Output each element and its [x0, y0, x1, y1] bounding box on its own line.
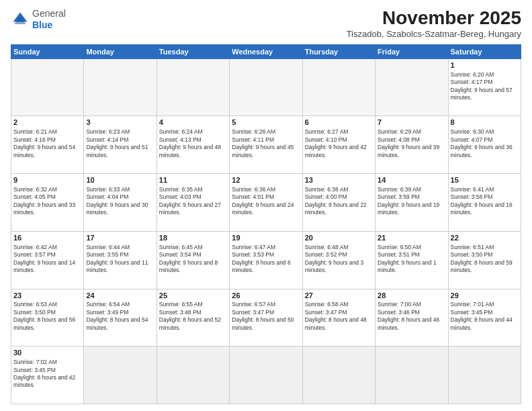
table-row: 24Sunrise: 6:54 AMSunset: 3:49 PMDayligh… [84, 289, 157, 347]
day-info: Sunrise: 6:26 AMSunset: 4:11 PMDaylight:… [232, 128, 300, 159]
day-info: Sunrise: 6:21 AMSunset: 4:16 PMDaylight:… [13, 128, 81, 159]
table-row [84, 347, 157, 404]
table-row: 13Sunrise: 6:38 AMSunset: 4:00 PMDayligh… [302, 174, 375, 232]
table-row: 12Sunrise: 6:36 AMSunset: 4:01 PMDayligh… [230, 174, 302, 232]
day-number: 27 [305, 291, 373, 301]
day-number: 16 [13, 233, 81, 243]
table-row: 2Sunrise: 6:21 AMSunset: 4:16 PMDaylight… [11, 116, 84, 174]
table-row [230, 58, 302, 116]
day-number: 17 [86, 233, 154, 243]
table-row [302, 58, 375, 116]
table-row: 30Sunrise: 7:02 AMSunset: 3:45 PMDayligh… [11, 347, 84, 404]
calendar-week-row: 16Sunrise: 6:42 AMSunset: 3:57 PMDayligh… [11, 231, 521, 289]
table-row: 8Sunrise: 6:30 AMSunset: 4:07 PMDaylight… [448, 116, 521, 174]
logo-text: General Blue [32, 8, 66, 31]
logo-blue: Blue [32, 19, 66, 31]
table-row: 17Sunrise: 6:44 AMSunset: 3:55 PMDayligh… [84, 231, 157, 289]
table-row: 15Sunrise: 6:41 AMSunset: 3:58 PMDayligh… [448, 174, 521, 232]
table-row: 4Sunrise: 6:24 AMSunset: 4:13 PMDaylight… [157, 116, 229, 174]
calendar-week-row: 2Sunrise: 6:21 AMSunset: 4:16 PMDaylight… [11, 116, 521, 174]
table-row: 1Sunrise: 6:20 AMSunset: 4:17 PMDaylight… [448, 58, 521, 116]
table-row: 23Sunrise: 6:53 AMSunset: 3:50 PMDayligh… [11, 289, 84, 347]
header: General Blue November 2025 Tiszadob, Sza… [11, 8, 521, 39]
day-number: 22 [451, 233, 519, 243]
col-friday: Friday [375, 44, 448, 58]
day-info: Sunrise: 6:24 AMSunset: 4:13 PMDaylight:… [159, 128, 227, 159]
location-title: Tiszadob, Szabolcs-Szatmar-Bereg, Hungar… [347, 29, 521, 39]
day-info: Sunrise: 6:30 AMSunset: 4:07 PMDaylight:… [451, 128, 519, 159]
table-row [448, 347, 521, 404]
day-info: Sunrise: 6:32 AMSunset: 4:05 PMDaylight:… [13, 186, 81, 217]
day-number: 7 [378, 118, 445, 128]
table-row [157, 347, 229, 404]
table-row: 27Sunrise: 6:58 AMSunset: 3:47 PMDayligh… [302, 289, 375, 347]
day-number: 28 [378, 291, 445, 301]
day-info: Sunrise: 6:53 AMSunset: 3:50 PMDaylight:… [13, 301, 81, 332]
day-number: 29 [451, 291, 519, 301]
table-row: 28Sunrise: 7:00 AMSunset: 3:46 PMDayligh… [375, 289, 448, 347]
table-row: 9Sunrise: 6:32 AMSunset: 4:05 PMDaylight… [11, 174, 84, 232]
day-info: Sunrise: 6:41 AMSunset: 3:58 PMDaylight:… [451, 186, 519, 217]
day-number: 6 [305, 118, 373, 128]
day-info: Sunrise: 6:29 AMSunset: 4:08 PMDaylight:… [378, 128, 445, 159]
day-number: 30 [13, 348, 81, 358]
table-row: 22Sunrise: 6:51 AMSunset: 3:50 PMDayligh… [448, 231, 521, 289]
day-number: 10 [86, 175, 154, 185]
day-number: 4 [159, 118, 227, 128]
day-info: Sunrise: 7:01 AMSunset: 3:45 PMDaylight:… [451, 301, 519, 332]
day-info: Sunrise: 6:20 AMSunset: 4:17 PMDaylight:… [451, 71, 519, 102]
day-info: Sunrise: 6:23 AMSunset: 4:14 PMDaylight:… [86, 128, 154, 159]
table-row: 29Sunrise: 7:01 AMSunset: 3:45 PMDayligh… [448, 289, 521, 347]
table-row: 3Sunrise: 6:23 AMSunset: 4:14 PMDaylight… [84, 116, 157, 174]
day-number: 15 [451, 175, 519, 185]
page: General Blue November 2025 Tiszadob, Sza… [0, 0, 532, 411]
table-row [375, 347, 448, 404]
day-number: 14 [378, 175, 445, 185]
day-info: Sunrise: 7:00 AMSunset: 3:46 PMDaylight:… [378, 301, 445, 332]
day-number: 24 [86, 291, 154, 301]
calendar-week-row: 23Sunrise: 6:53 AMSunset: 3:50 PMDayligh… [11, 289, 521, 347]
day-info: Sunrise: 6:54 AMSunset: 3:49 PMDaylight:… [86, 301, 154, 332]
day-info: Sunrise: 6:47 AMSunset: 3:53 PMDaylight:… [232, 244, 300, 275]
day-number: 19 [232, 233, 300, 243]
day-number: 18 [159, 233, 227, 243]
day-number: 23 [13, 291, 81, 301]
table-row: 6Sunrise: 6:27 AMSunset: 4:10 PMDaylight… [302, 116, 375, 174]
day-number: 3 [86, 118, 154, 128]
table-row: 14Sunrise: 6:39 AMSunset: 3:59 PMDayligh… [375, 174, 448, 232]
table-row: 5Sunrise: 6:26 AMSunset: 4:11 PMDaylight… [230, 116, 302, 174]
day-info: Sunrise: 6:48 AMSunset: 3:52 PMDaylight:… [305, 244, 373, 275]
calendar-header-row: Sunday Monday Tuesday Wednesday Thursday… [11, 44, 521, 58]
table-row: 25Sunrise: 6:55 AMSunset: 3:48 PMDayligh… [157, 289, 229, 347]
day-info: Sunrise: 6:44 AMSunset: 3:55 PMDaylight:… [86, 244, 154, 275]
day-info: Sunrise: 6:45 AMSunset: 3:54 PMDaylight:… [159, 244, 227, 275]
day-number: 11 [159, 175, 227, 185]
day-info: Sunrise: 6:58 AMSunset: 3:47 PMDaylight:… [305, 301, 373, 332]
day-info: Sunrise: 6:55 AMSunset: 3:48 PMDaylight:… [159, 301, 227, 332]
day-number: 26 [232, 291, 300, 301]
col-thursday: Thursday [302, 44, 375, 58]
table-row: 19Sunrise: 6:47 AMSunset: 3:53 PMDayligh… [230, 231, 302, 289]
logo: General Blue [11, 8, 66, 31]
day-info: Sunrise: 6:51 AMSunset: 3:50 PMDaylight:… [451, 244, 519, 275]
day-info: Sunrise: 6:27 AMSunset: 4:10 PMDaylight:… [305, 128, 373, 159]
col-sunday: Sunday [11, 44, 84, 58]
month-title: November 2025 [347, 8, 521, 29]
table-row [230, 347, 302, 404]
col-monday: Monday [84, 44, 157, 58]
table-row: 20Sunrise: 6:48 AMSunset: 3:52 PMDayligh… [302, 231, 375, 289]
table-row [302, 347, 375, 404]
col-wednesday: Wednesday [230, 44, 302, 58]
table-row: 16Sunrise: 6:42 AMSunset: 3:57 PMDayligh… [11, 231, 84, 289]
day-number: 9 [13, 175, 81, 185]
day-info: Sunrise: 6:36 AMSunset: 4:01 PMDaylight:… [232, 186, 300, 217]
day-number: 5 [232, 118, 300, 128]
table-row [84, 58, 157, 116]
table-row: 26Sunrise: 6:57 AMSunset: 3:47 PMDayligh… [230, 289, 302, 347]
day-info: Sunrise: 6:35 AMSunset: 4:03 PMDaylight:… [159, 186, 227, 217]
day-number: 25 [159, 291, 227, 301]
day-info: Sunrise: 6:39 AMSunset: 3:59 PMDaylight:… [378, 186, 445, 217]
day-info: Sunrise: 6:42 AMSunset: 3:57 PMDaylight:… [13, 244, 81, 275]
day-number: 13 [305, 175, 373, 185]
table-row: 18Sunrise: 6:45 AMSunset: 3:54 PMDayligh… [157, 231, 229, 289]
